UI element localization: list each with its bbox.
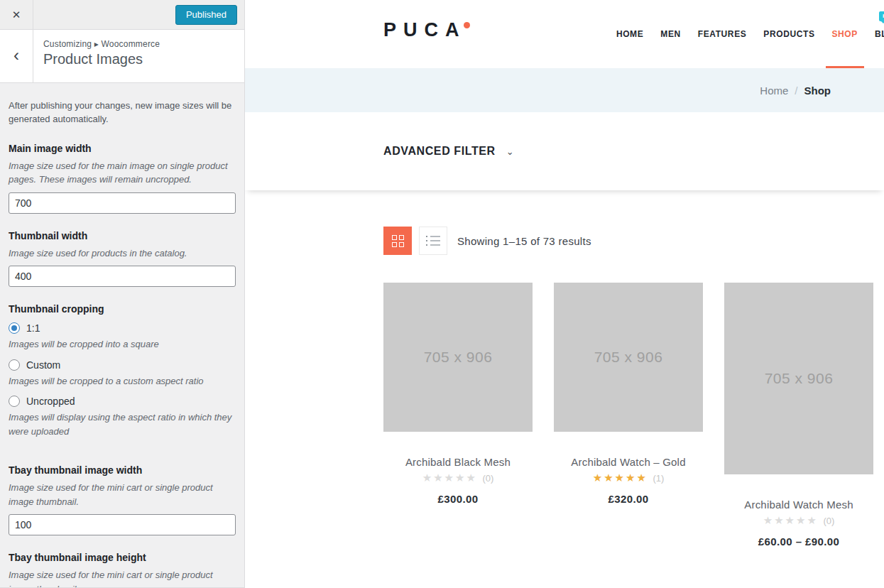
hot-badge: HOT <box>879 11 884 21</box>
product-title[interactable]: Archibald Watch Mesh <box>724 499 873 511</box>
radio-description: Images will be cropped to a custom aspec… <box>9 374 236 388</box>
star-rating: ★★★★★ (1) <box>554 472 703 484</box>
radio-label: Uncropped <box>26 396 75 407</box>
chevron-left-icon: ‹ <box>13 45 19 65</box>
control-description: Image size used for the mini cart or sin… <box>9 481 236 508</box>
product-title[interactable]: Archibald Watch – Gold <box>554 456 703 468</box>
star-icon: ★ <box>796 514 807 526</box>
results-bar: Showing 1–15 of 73 results <box>383 227 884 255</box>
radio-button[interactable] <box>9 322 20 334</box>
customizer-breadcrumb: Customizing ▸ Woocommerce <box>43 39 160 49</box>
control-label: Tbay thumbnail image height <box>9 552 236 563</box>
product-price: £300.00 <box>383 493 533 505</box>
breadcrumb-home-link[interactable]: Home <box>760 85 788 97</box>
breadcrumb-current: Shop <box>804 85 831 97</box>
radio-button[interactable] <box>9 359 20 371</box>
advanced-filter-bar: ADVANCED FILTER ⌄ <box>245 112 884 190</box>
review-count: (0) <box>823 516 834 526</box>
grid-view-button[interactable] <box>383 227 412 255</box>
published-button[interactable]: Published <box>175 5 237 25</box>
customizer-section-header: ‹ Customizing ▸ Woocommerce Product Imag… <box>0 30 244 83</box>
control-thumbnail-cropping: Thumbnail cropping 1:1 Images will be cr… <box>9 303 236 438</box>
star-icon: ★ <box>785 514 796 526</box>
control-tbay-thumbnail-width: Tbay thumbnail image width Image size us… <box>9 464 236 535</box>
star-icon: ★ <box>626 472 636 484</box>
logo-dot-icon <box>464 22 470 28</box>
tbay-thumbnail-width-input[interactable] <box>9 514 236 535</box>
breadcrumb-bar: Home / Shop <box>245 68 884 112</box>
screen: ✕ Published ‹ Customizing ▸ Woocommerce … <box>0 0 884 588</box>
radio-option-uncropped[interactable]: Uncropped <box>9 396 236 407</box>
star-icon: ★ <box>807 514 818 526</box>
review-count: (1) <box>653 473 664 484</box>
main-image-width-input[interactable] <box>9 192 236 214</box>
product-price: £320.00 <box>554 493 703 505</box>
customizer-panel: ✕ Published ‹ Customizing ▸ Woocommerce … <box>0 0 245 588</box>
star-icon: ★ <box>466 472 477 484</box>
star-rating: ★★★★★ (0) <box>383 472 533 484</box>
panel-title: Product Images <box>43 51 160 67</box>
control-tbay-thumbnail-height: Tbay thumbnail image height Image size u… <box>9 552 236 588</box>
product-grid: 705 x 906 Archibald Black Mesh ★★★★★ (0)… <box>383 283 884 548</box>
panel-titles: Customizing ▸ Woocommerce Product Images <box>33 30 170 82</box>
product-image-placeholder[interactable]: 705 x 906 <box>554 283 703 432</box>
control-label: Tbay thumbnail image width <box>9 464 236 476</box>
star-icon: ★ <box>615 472 626 484</box>
star-icon: ★ <box>774 514 785 526</box>
chevron-down-icon[interactable]: ⌄ <box>506 146 514 157</box>
control-description: Image size used for products in the cata… <box>9 246 236 261</box>
star-icon: ★ <box>637 472 648 484</box>
nav-label: FEATURES <box>698 29 747 39</box>
control-description: Image size used for the mini cart or sin… <box>9 568 236 588</box>
product-card[interactable]: 705 x 906 Archibald Black Mesh ★★★★★ (0)… <box>383 283 533 505</box>
list-view-button[interactable] <box>419 227 447 255</box>
logo-text: PUCA <box>383 21 466 40</box>
radio-option-1-1[interactable]: 1:1 <box>9 322 236 334</box>
control-label: Thumbnail cropping <box>9 303 236 315</box>
breadcrumb-separator: / <box>795 85 797 97</box>
star-icon: ★ <box>593 472 604 484</box>
radio-option-custom[interactable]: Custom <box>9 359 236 371</box>
star-rating: ★★★★★ (0) <box>724 515 873 526</box>
control-label: Thumbnail width <box>9 230 236 241</box>
review-count: (0) <box>482 473 493 484</box>
radio-label: Custom <box>26 359 60 371</box>
star-icon: ★ <box>763 514 774 526</box>
nav-item-shop[interactable]: SHOP <box>832 0 858 68</box>
control-label: Main image width <box>9 143 236 154</box>
radio-label: 1:1 <box>26 322 40 334</box>
radio-description: Images will be cropped into a square <box>9 337 236 352</box>
main-nav: HOME MEN FEATURES PRODUCTS SHOP HOT BLOG <box>616 0 884 68</box>
nav-item-men[interactable]: MEN <box>660 0 680 68</box>
product-card[interactable]: 705 x 906 Archibald Watch Mesh ★★★★★ (0)… <box>724 283 873 548</box>
thumbnail-width-input[interactable] <box>9 266 236 287</box>
customizer-topbar: ✕ Published <box>0 0 244 30</box>
control-thumbnail-width: Thumbnail width Image size used for prod… <box>9 230 236 288</box>
site-logo[interactable]: PUCA <box>383 21 470 40</box>
star-icon: ★ <box>604 472 614 484</box>
close-icon: ✕ <box>12 9 21 21</box>
intro-text: After publishing your changes, new image… <box>9 99 236 126</box>
nav-label: HOME <box>616 29 643 39</box>
back-button[interactable]: ‹ <box>0 30 33 82</box>
close-button[interactable]: ✕ <box>0 0 33 29</box>
product-title[interactable]: Archibald Black Mesh <box>383 456 533 468</box>
nav-item-products[interactable]: PRODUCTS <box>763 0 814 68</box>
nav-item-blog[interactable]: HOT BLOG <box>875 0 884 68</box>
product-image-placeholder[interactable]: 705 x 906 <box>724 283 873 474</box>
nav-label: MEN <box>660 29 680 39</box>
product-price: £60.00 – £90.00 <box>724 535 873 548</box>
nav-item-features[interactable]: FEATURES <box>698 0 747 68</box>
radio-button[interactable] <box>9 396 20 407</box>
nav-item-home[interactable]: HOME <box>616 0 643 68</box>
site-preview: PUCA HOME MEN FEATURES PRODUCTS SHOP <box>245 0 884 588</box>
site-header: PUCA HOME MEN FEATURES PRODUCTS SHOP <box>245 0 884 68</box>
grid-icon <box>392 235 404 247</box>
results-count-text: Showing 1–15 of 73 results <box>457 235 591 247</box>
product-card[interactable]: 705 x 906 Archibald Watch – Gold ★★★★★ (… <box>554 283 703 505</box>
advanced-filter-toggle[interactable]: ADVANCED FILTER <box>383 145 496 158</box>
control-description: Image size used for the main image on si… <box>9 159 236 187</box>
product-image-placeholder[interactable]: 705 x 906 <box>383 283 533 432</box>
nav-label: BLOG <box>875 29 884 39</box>
star-icon: ★ <box>455 472 466 484</box>
